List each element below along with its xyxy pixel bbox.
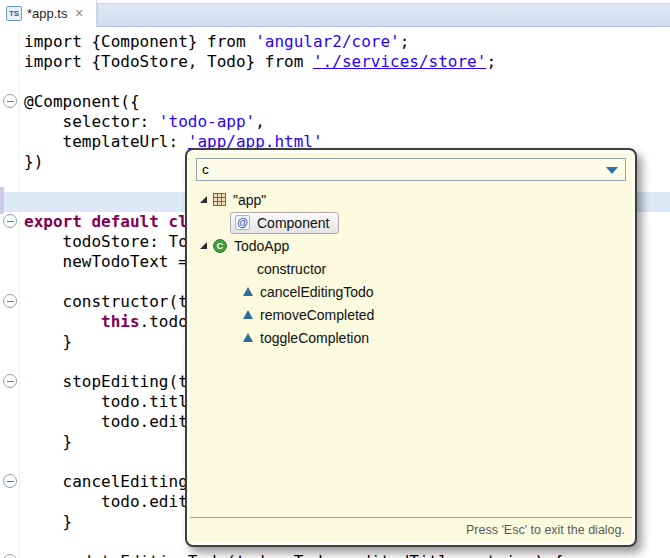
code-line: @Component({ <box>24 92 670 112</box>
code-token: todoStore: Tod <box>24 232 197 251</box>
dialog-status-bar: Press 'Esc' to exit the dialog. <box>190 517 632 542</box>
code-line: updateEditingTodo(todo: Todo, editedTitl… <box>24 552 670 558</box>
tab-close-icon[interactable]: ✕ <box>74 8 83 19</box>
tree-expanded-icon[interactable] <box>200 242 207 249</box>
outline-filter-input[interactable] <box>196 158 626 181</box>
outline-item-label: TodoApp <box>234 238 289 254</box>
fold-collapse-icon[interactable] <box>3 214 17 228</box>
outline-item[interactable]: toggleCompletion <box>190 326 632 349</box>
method-icon <box>243 287 253 296</box>
outline-item-label: "app" <box>233 192 266 208</box>
code-token: updateEditingTodo(todo: Todo, editedTitl… <box>24 552 563 558</box>
dropdown-arrow-icon[interactable] <box>606 167 618 174</box>
code-token: import {TodoStore, Todo} from <box>24 52 313 71</box>
outline-filter-row <box>196 158 626 181</box>
tree-expanded-icon[interactable] <box>200 196 207 203</box>
code-token: @Component({ <box>24 92 140 111</box>
class-icon: C <box>213 239 227 253</box>
outline-item-label: removeCompleted <box>260 307 374 323</box>
string-token: './services/store' <box>313 52 486 71</box>
method-icon <box>243 333 253 342</box>
code-token: todo.edit <box>24 492 188 511</box>
outline-item-label: toggleCompletion <box>260 330 369 346</box>
outline-item[interactable]: removeCompleted <box>190 303 632 326</box>
tab-title: *app.ts <box>27 6 67 21</box>
outline-tree[interactable]: "app"@ComponentCTodoAppconstructorcancel… <box>190 184 632 517</box>
code-token: , <box>255 112 265 131</box>
module-icon <box>213 193 226 206</box>
code-line <box>24 72 670 92</box>
outline-item[interactable]: CTodoApp <box>190 234 632 257</box>
outline-item[interactable]: "app" <box>190 188 632 211</box>
code-token: } <box>24 512 72 531</box>
code-token: todo.titl <box>24 392 188 411</box>
code-line: selector: 'todo-app', <box>24 112 670 132</box>
outline-item[interactable]: cancelEditingTodo <box>190 280 632 303</box>
selected-item-box[interactable]: @Component <box>230 212 339 234</box>
code-token: ; <box>400 32 410 51</box>
fold-collapse-icon[interactable] <box>3 374 17 388</box>
fold-collapse-icon[interactable] <box>3 94 17 108</box>
decorator-icon: @ <box>235 215 250 230</box>
code-token <box>24 312 101 331</box>
typescript-file-icon: TS <box>6 6 22 21</box>
code-token: selector: <box>24 112 159 131</box>
code-token: }) <box>24 152 43 171</box>
dialog-status-text: Press 'Esc' to exit the dialog. <box>466 523 625 537</box>
code-token: newTodoText = <box>24 252 197 271</box>
keyword-token: this <box>101 312 140 331</box>
fold-collapse-icon[interactable] <box>3 294 17 308</box>
quick-outline-dialog-body: "app"@ComponentCTodoAppconstructorcancel… <box>190 153 632 542</box>
outline-item-label: Component <box>257 215 329 231</box>
code-token: cancelEditingT <box>24 472 197 491</box>
editor-tab-bar: TS *app.ts ✕ <box>0 0 670 27</box>
code-token: import {Component} from <box>24 32 255 51</box>
code-token: templateUrl: <box>24 132 188 151</box>
keyword-token: export default cl <box>24 212 188 231</box>
code-token: stopEditing(t <box>24 372 188 391</box>
code-line: import {Component} from 'angular2/core'; <box>24 32 670 52</box>
string-token: 'todo-app' <box>159 112 255 131</box>
tab-app-ts[interactable]: TS *app.ts ✕ <box>0 0 97 27</box>
code-token: constructor(t <box>24 292 188 311</box>
string-token: 'angular2/core' <box>255 32 400 51</box>
outline-item-label: constructor <box>257 261 326 277</box>
code-token: ; <box>486 52 496 71</box>
code-token: } <box>24 432 72 451</box>
code-token: todo.edit <box>24 412 188 431</box>
code-token: } <box>24 332 72 351</box>
tab-bar-empty-area <box>97 3 670 26</box>
outline-item[interactable]: constructor <box>190 257 632 280</box>
method-icon <box>243 310 253 319</box>
fold-collapse-icon[interactable] <box>3 474 17 488</box>
outline-item-label: cancelEditingTodo <box>260 284 374 300</box>
outline-item[interactable]: @Component <box>190 211 632 234</box>
quick-outline-dialog: "app"@ComponentCTodoAppconstructorcancel… <box>185 148 637 547</box>
code-line: import {TodoStore, Todo} from './service… <box>24 52 670 72</box>
